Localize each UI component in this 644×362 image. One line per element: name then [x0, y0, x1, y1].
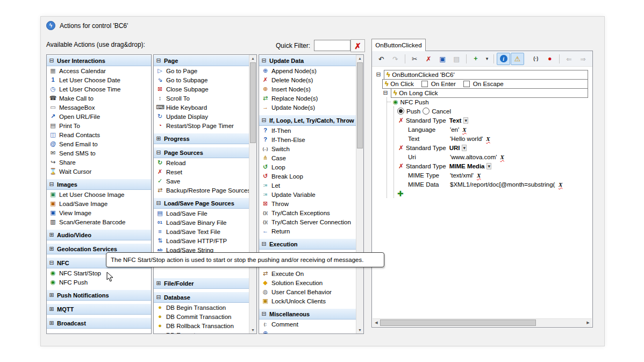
- vertical-scrollbar[interactable]: ▲ ▼: [356, 55, 363, 333]
- action-item-update-display[interactable]: ↻Update Display: [154, 112, 249, 121]
- on-escape-checkbox[interactable]: [463, 81, 470, 87]
- scroll-up-button[interactable]: ▲: [249, 55, 256, 62]
- action-item-wait-cursor[interactable]: ⌛Wait Cursor: [47, 167, 151, 176]
- action-item-try-catch-server-connection[interactable]: {}(Try/Catch Server Connection: [259, 217, 356, 226]
- category-mqtt[interactable]: ⊞MQTT: [47, 303, 151, 315]
- action-item-messagebox[interactable]: ▭MessageBox: [47, 103, 151, 112]
- action-item-update-node-s[interactable]: →Update Node(s): [259, 103, 356, 112]
- action-item-user-cancel-behavior[interactable]: ◍User Cancel Behavior: [259, 287, 356, 296]
- action-item-close-subpage[interactable]: ⊠Close Subpage: [154, 84, 249, 94]
- category-progress[interactable]: ⊞Progress: [154, 133, 249, 144]
- action-item-reset[interactable]: ✗Reset: [154, 167, 249, 176]
- quick-filter-input[interactable]: [314, 40, 350, 51]
- action-item-scan-generate-barcode[interactable]: ▥Scan/Generate Barcode: [47, 217, 151, 226]
- clear-filter-button[interactable]: ✗: [350, 39, 365, 52]
- action-item-load-save-file[interactable]: ▤Load/Save File: [154, 209, 249, 218]
- action-item-solution-execution[interactable]: ◆Solution Execution: [259, 278, 356, 287]
- action-item-reload[interactable]: ↻Reload: [154, 158, 249, 167]
- category-file-folder[interactable]: ⊞File/Folder: [154, 278, 249, 289]
- collapse-icon[interactable]: ⊟: [375, 71, 382, 78]
- action-item-db-commit-transaction[interactable]: ●DB Commit Transaction: [154, 312, 249, 321]
- add-message-part-button[interactable]: ✚: [397, 189, 404, 198]
- xpath-edit-button[interactable]: X: [476, 172, 482, 179]
- vertical-scrollbar[interactable]: ▲ ▼: [249, 55, 256, 333]
- action-item-append-node-s[interactable]: ⊕Append Node(s): [259, 66, 356, 75]
- on-long-click-row[interactable]: ϟ On Long Click: [391, 88, 588, 98]
- action-node-label[interactable]: NFC Push: [400, 99, 429, 105]
- action-item-load-save-http-ftp[interactable]: ⇅Load/Save HTTP/FTP: [154, 236, 249, 245]
- category-page-sources[interactable]: ⊟Page Sources: [154, 147, 249, 158]
- remove-section-icon[interactable]: ✗: [398, 117, 404, 124]
- action-item-nfc-start-stop[interactable]: ◉NFC Start/Stop: [47, 268, 151, 278]
- action-item-share[interactable]: ↪Share: [47, 158, 151, 167]
- xpath-edit-button[interactable]: X: [499, 154, 505, 160]
- action-item-update-variable[interactable]: :=Update Variable: [259, 190, 356, 199]
- remove-section-icon[interactable]: ✗: [398, 144, 404, 152]
- back-button[interactable]: ⇐: [562, 53, 576, 65]
- action-item-go-to-page[interactable]: ▷Go to Page: [154, 66, 249, 75]
- type-dropdown-value[interactable]: MIME Media: [449, 163, 485, 169]
- tab-onbuttonclicked[interactable]: OnButtonClicked: [371, 39, 426, 51]
- action-item-read-contacts[interactable]: ◫Read Contacts: [47, 130, 151, 139]
- action-item-send-email-to[interactable]: @Send Email to: [47, 139, 151, 148]
- nfc-simulator-button[interactable]: (·): [529, 53, 542, 65]
- category-load-save-page-sources[interactable]: ⊟Load/Save Page Sources: [154, 197, 249, 209]
- action-item-throw[interactable]: ⊠Throw: [259, 199, 356, 208]
- action-item-let-user-choose-image[interactable]: ▣Let User Choose Image: [47, 190, 151, 199]
- action-item-break-loop[interactable]: ↺Break Loop: [259, 172, 356, 181]
- category-if-loop-let-try-catch-throw[interactable]: ⊟If, Loop, Let, Try/Catch, Throw: [259, 115, 356, 126]
- action-item-access-calendar[interactable]: ▦Access Calendar: [47, 66, 151, 75]
- scroll-thumb[interactable]: [250, 62, 256, 143]
- scroll-right-button[interactable]: ▶: [584, 319, 592, 326]
- action-item-let[interactable]: :=Let: [259, 181, 356, 190]
- category-execution[interactable]: ⊟Execution: [259, 238, 356, 250]
- action-item-open-url-file[interactable]: ↗Open URL/File: [47, 112, 151, 121]
- action-item-load-save-text-file[interactable]: ≡Load/Save Text File: [154, 227, 249, 236]
- xpath-edit-button[interactable]: X: [485, 136, 491, 142]
- category-images[interactable]: ⊟Images: [47, 179, 151, 190]
- action-item-switch[interactable]: (..)Switch: [259, 144, 356, 153]
- category-broadcast[interactable]: ⊞Broadcast: [47, 317, 151, 329]
- action-item-insert-node-s[interactable]: ⊕Insert Node(s): [259, 84, 356, 94]
- action-item-view-image[interactable]: ▣View Image: [47, 208, 151, 217]
- category-miscellaneous[interactable]: ⊟Miscellaneous: [259, 308, 356, 320]
- copy-button[interactable]: ▣: [436, 53, 449, 65]
- scroll-up-button[interactable]: ▲: [356, 55, 363, 62]
- xpath-edit-button[interactable]: X: [557, 181, 563, 188]
- scroll-down-button[interactable]: ▼: [249, 326, 256, 333]
- action-item-send-sms-to[interactable]: ✉Send SMS to: [47, 148, 151, 158]
- add-action-dropdown[interactable]: ▾: [483, 53, 491, 65]
- chevron-down-icon[interactable]: ▾: [463, 117, 468, 124]
- action-item-replace-node-s[interactable]: ⇄Replace Node(s): [259, 94, 356, 103]
- action-item-execute-on[interactable]: ⇄Execute On: [259, 269, 356, 278]
- action-item-if-then-else[interactable]: ?If-Then-Else: [259, 135, 356, 144]
- xpath-edit-button[interactable]: X: [461, 126, 467, 133]
- cancel-radio[interactable]: [423, 108, 430, 115]
- action-item-load-save-image[interactable]: ▣Load/Save Image: [47, 199, 151, 208]
- record-button[interactable]: ●: [543, 53, 556, 65]
- category-audio-video[interactable]: ⊞Audio/Video: [47, 229, 151, 240]
- horizontal-scrollbar[interactable]: ◀ ▶: [373, 318, 592, 326]
- collapse-icon[interactable]: ⊟: [382, 89, 389, 96]
- action-item-try-catch-exceptions[interactable]: {}(Try/Catch Exceptions: [259, 208, 356, 217]
- redo-button[interactable]: ↷: [389, 53, 402, 65]
- action-item-db-rollback-transaction[interactable]: ●DB Rollback Transaction: [154, 321, 249, 330]
- action-item-nfc-push[interactable]: ◉NFC Push: [47, 278, 151, 287]
- action-item-let-user-choose-time[interactable]: ◷Let User Choose Time: [47, 84, 151, 94]
- action-item-case[interactable]: ⋔Case: [259, 153, 356, 162]
- category-database[interactable]: ⊟Database: [154, 292, 249, 303]
- action-item-if-then[interactable]: ?If-Then: [259, 126, 356, 135]
- delete-button[interactable]: ✗: [422, 53, 435, 65]
- category-page[interactable]: ⊟Page: [154, 55, 249, 66]
- warnings-toggle-button[interactable]: ⚠: [511, 53, 524, 65]
- action-item-save[interactable]: ✓Save: [154, 176, 249, 186]
- remove-section-icon[interactable]: ✗: [398, 162, 404, 170]
- action-item-go-to-subpage[interactable]: ⇘Go to Subpage: [154, 75, 249, 84]
- action-item-backup-restore-page-sources[interactable]: ⇄Backup/Restore Page Sources: [154, 186, 249, 195]
- on-click-row[interactable]: ϟ On Click On Enter On Escape: [382, 79, 588, 89]
- action-item-lock-unlock-clients[interactable]: ▣Lock/Unlock Clients: [259, 296, 356, 306]
- add-action-button[interactable]: +: [469, 53, 482, 65]
- scroll-left-button[interactable]: ◀: [373, 319, 380, 326]
- cut-button[interactable]: ✂: [408, 53, 421, 65]
- category-user-interactions[interactable]: ⊟User Interactions: [47, 55, 151, 66]
